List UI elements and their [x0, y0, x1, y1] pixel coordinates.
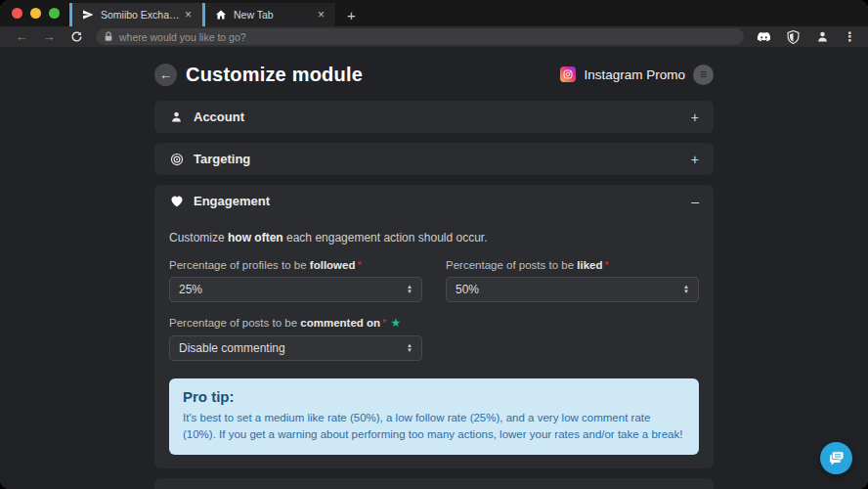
browser-menu-icon[interactable]: ⋮ [844, 29, 856, 44]
tab-somiibo[interactable]: Somiibo Exchange Platform × [69, 3, 202, 26]
follow-rate-select[interactable]: 25% ▲▼ [169, 277, 422, 302]
follow-rate-field: Percentage of profiles to be followed* 2… [169, 259, 422, 316]
section-targeting: Targeting + [154, 143, 714, 175]
module-menu-button[interactable]: ≡ [693, 65, 714, 85]
target-icon [169, 153, 184, 166]
browser-window: Somiibo Exchange Platform × New Tab × + … [0, 0, 868, 489]
expand-icon: + [691, 152, 699, 167]
engagement-body: Customize how often each engagement acti… [154, 217, 714, 468]
home-icon [214, 9, 227, 22]
close-tab-icon[interactable]: × [313, 9, 329, 21]
paper-plane-icon [81, 9, 94, 22]
like-rate-field: Percentage of posts to be liked* 50% ▲▼ [446, 259, 699, 316]
section-label: Engagement [194, 194, 270, 208]
required-asterisk: * [357, 259, 361, 271]
reload-icon[interactable] [65, 30, 88, 43]
select-value: Disable commenting [179, 341, 407, 355]
follow-rate-label: Percentage of profiles to be followed* [169, 259, 422, 271]
engagement-intro: Customize how often each engagement acti… [169, 231, 699, 244]
browser-toolbar: ← → where would you like to go? ⋮ [0, 26, 868, 47]
section-label: Targeting [194, 152, 250, 166]
like-rate-label: Percentage of posts to be liked* [446, 259, 699, 271]
section-filtering-header[interactable]: Filtering + [154, 478, 714, 489]
toolbar-extensions: ⋮ [756, 29, 858, 44]
comment-rate-field: Percentage of posts to be commented on*★… [169, 316, 422, 375]
hamburger-icon: ≡ [700, 67, 707, 81]
collapse-icon: – [691, 194, 699, 209]
page-content: ← Customize module Instagram Promo ≡ [0, 47, 868, 489]
instagram-icon [560, 67, 576, 82]
close-window-button[interactable] [12, 8, 22, 19]
forward-nav-icon[interactable]: → [37, 30, 61, 43]
tab-accent-bar [69, 3, 72, 26]
section-engagement-header[interactable]: Engagement – [154, 185, 714, 217]
minimize-window-button[interactable] [30, 8, 41, 19]
section-engagement: Engagement – Customize how often each en… [154, 185, 714, 468]
required-asterisk: * [604, 259, 608, 271]
required-asterisk: * [382, 317, 386, 329]
page-header: ← Customize module Instagram Promo ≡ [154, 59, 714, 90]
section-account: Account + [154, 101, 714, 133]
window-controls [0, 0, 69, 26]
pro-tip-body: It's best to set a medium like rate (50%… [183, 410, 685, 444]
close-tab-icon[interactable]: × [180, 9, 196, 21]
address-placeholder: where would you like to go? [119, 31, 246, 43]
select-value: 25% [179, 283, 407, 296]
tab-accent-bar [202, 3, 205, 26]
tab-title: Somiibo Exchange Platform [101, 9, 180, 21]
discord-icon[interactable] [756, 31, 771, 43]
back-button[interactable]: ← [154, 64, 177, 86]
chat-fab-button[interactable] [820, 442, 852, 474]
expand-icon: + [691, 110, 699, 125]
comment-rate-label: Percentage of posts to be commented on*★ [169, 316, 422, 330]
account-icon[interactable] [814, 30, 830, 43]
person-icon [169, 111, 184, 123]
comment-rate-select[interactable]: Disable commenting ▲▼ [169, 335, 422, 361]
tab-title: New Tab [234, 9, 313, 21]
section-filtering: Filtering + [154, 478, 714, 489]
select-value: 50% [456, 283, 683, 296]
select-updown-icon: ▲▼ [407, 285, 412, 294]
tab-new-tab[interactable]: New Tab × [202, 3, 335, 26]
section-targeting-header[interactable]: Targeting + [154, 143, 714, 175]
shield-icon[interactable] [785, 30, 801, 44]
back-nav-icon[interactable]: ← [10, 30, 33, 43]
heart-icon [169, 195, 184, 207]
new-tab-button[interactable]: + [335, 3, 368, 26]
chat-icon [828, 451, 845, 467]
page-title: Customize module [186, 64, 363, 86]
pro-tip-box: Pro tip: It's best to set a medium like … [169, 378, 699, 455]
select-updown-icon: ▲▼ [407, 343, 412, 353]
like-rate-select[interactable]: 50% ▲▼ [446, 277, 699, 302]
zoom-window-button[interactable] [49, 8, 60, 19]
select-updown-icon: ▲▼ [683, 285, 689, 294]
pro-tip-title: Pro tip: [183, 388, 685, 405]
address-bar[interactable]: where would you like to go? [96, 28, 744, 45]
tab-bar: Somiibo Exchange Platform × New Tab × + [0, 0, 868, 26]
section-label: Account [194, 110, 244, 124]
premium-star-icon: ★ [391, 316, 402, 330]
lock-icon [104, 31, 113, 42]
module-name: Instagram Promo [584, 67, 685, 82]
section-account-header[interactable]: Account + [154, 101, 714, 133]
